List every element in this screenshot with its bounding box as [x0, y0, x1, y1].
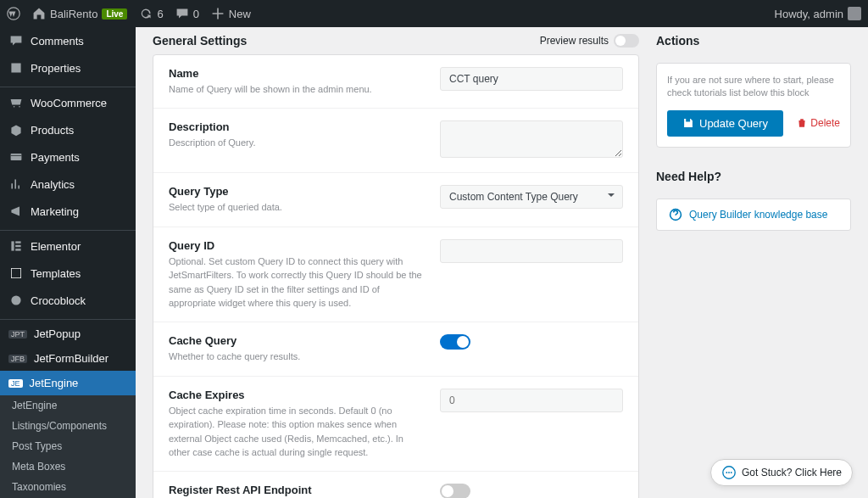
property-icon — [8, 60, 24, 76]
sidebar-item-jetpopup[interactable]: JPTJetPopup — [0, 322, 136, 346]
sidebar-sub-jetengine[interactable]: JetEngine — [0, 395, 136, 416]
description-label: Description — [169, 120, 423, 133]
svg-point-12 — [728, 472, 730, 473]
sidebar-item-jetengine[interactable]: JEJetEngine — [0, 371, 136, 395]
svg-rect-5 — [15, 249, 20, 250]
sidebar-item-marketing[interactable]: Marketing — [0, 198, 136, 225]
svg-point-13 — [731, 472, 732, 473]
svg-rect-2 — [11, 241, 14, 250]
cacheexpires-input[interactable] — [440, 389, 623, 412]
svg-rect-3 — [15, 241, 20, 243]
cachequery-toggle[interactable] — [440, 334, 470, 350]
sidebar-item-crocoblock[interactable]: Crocoblock — [0, 287, 136, 314]
name-input[interactable] — [440, 67, 623, 91]
cacheexpires-desc: Object cache expiration time in seconds.… — [169, 406, 403, 457]
querytype-select[interactable]: Custom Content Type Query — [440, 185, 623, 209]
svg-point-7 — [11, 295, 20, 305]
analytics-icon — [8, 176, 24, 192]
question-icon — [669, 208, 682, 221]
wp-logo[interactable] — [7, 7, 20, 20]
description-desc: Description of Query. — [169, 137, 256, 148]
payment-icon — [8, 149, 24, 165]
svg-rect-1 — [11, 154, 22, 160]
delete-button[interactable]: Delete — [797, 117, 840, 129]
chat-icon — [721, 465, 737, 480]
sidebar-item-comments[interactable]: Comments — [0, 27, 136, 54]
comments-count: 0 — [193, 8, 199, 20]
howdy-link[interactable]: Howdy, admin — [775, 7, 861, 20]
trash-icon — [797, 118, 807, 128]
cachequery-desc: Whether to cache query results. — [169, 351, 300, 361]
sidebar-item-payments[interactable]: Payments — [0, 143, 136, 171]
name-label: Name — [169, 67, 423, 80]
admin-sidebar: Comments Properties WooCommerce Products… — [0, 27, 136, 498]
sidebar-sub-post-types[interactable]: Post Types — [0, 436, 136, 456]
help-link-card[interactable]: Query Builder knowledge base — [656, 199, 851, 231]
sidebar-sub-listings-components[interactable]: Listings/Components — [0, 416, 136, 436]
toggle-icon — [614, 34, 639, 48]
jet-icon: JFB — [8, 355, 27, 363]
jet-icon: JE — [8, 379, 23, 388]
live-badge: Live — [102, 8, 127, 20]
howdy-text: Howdy, admin — [775, 8, 843, 20]
svg-rect-6 — [11, 268, 20, 277]
sidebar-item-templates[interactable]: Templates — [0, 260, 136, 287]
comments-link[interactable]: 0 — [175, 7, 199, 20]
sidebar-sub-taxonomies[interactable]: Taxonomies — [0, 477, 136, 497]
update-query-button[interactable]: Update Query — [667, 110, 783, 137]
page-header: General Settings Preview results — [153, 27, 639, 54]
template-icon — [8, 266, 24, 281]
preview-results-toggle[interactable]: Preview results — [540, 34, 639, 48]
product-icon — [8, 122, 24, 137]
floating-help-button[interactable]: Got Stuck? Click Here — [710, 459, 853, 486]
sidebar-item-properties[interactable]: Properties — [0, 54, 136, 81]
actions-hint: If you are not sure where to start, plea… — [667, 74, 840, 100]
croco-icon — [8, 293, 24, 308]
querytype-label: Query Type — [169, 185, 423, 198]
actions-title: Actions — [656, 27, 851, 54]
restapi-label: Register Rest API Endpoint — [169, 484, 423, 496]
description-input[interactable] — [440, 120, 623, 158]
site-name-link[interactable]: BaliRentoLive — [32, 7, 127, 20]
sidebar-item-products[interactable]: Products — [0, 116, 136, 143]
save-icon — [682, 117, 694, 129]
updates-count: 6 — [157, 8, 163, 20]
cacheexpires-label: Cache Expires — [169, 389, 423, 401]
sidebar-item-woocommerce[interactable]: WooCommerce — [0, 89, 136, 116]
avatar — [848, 7, 861, 20]
updates-link[interactable]: 6 — [139, 7, 163, 20]
restapi-toggle[interactable] — [440, 484, 470, 498]
querytype-desc: Select type of queried data. — [169, 202, 282, 212]
queryid-label: Query ID — [169, 239, 423, 252]
help-title: Need Help? — [656, 163, 851, 190]
svg-rect-4 — [15, 245, 20, 247]
marketing-icon — [8, 204, 24, 219]
queryid-input[interactable] — [440, 239, 623, 263]
comment-icon — [8, 33, 24, 48]
sidebar-item-elementor[interactable]: Elementor — [0, 232, 136, 260]
queryid-desc: Optional. Set custom Query ID to connect… — [169, 256, 422, 308]
name-desc: Name of Query will be shown in the admin… — [169, 84, 372, 94]
sidebar-item-jetformbuilder[interactable]: JFBJetFormBuilder — [0, 346, 136, 371]
sidebar-sub-meta-boxes[interactable]: Meta Boxes — [0, 456, 136, 477]
woo-icon — [8, 95, 24, 110]
general-settings-card: NameName of Query will be shown in the a… — [153, 54, 639, 498]
actions-box: If you are not sure where to start, plea… — [656, 63, 851, 148]
page-title: General Settings — [153, 34, 247, 48]
cachequery-label: Cache Query — [169, 334, 423, 347]
kb-link[interactable]: Query Builder knowledge base — [689, 209, 827, 221]
sidebar-item-analytics[interactable]: Analytics — [0, 171, 136, 198]
new-label: New — [229, 8, 251, 20]
admin-bar: BaliRentoLive 6 0 New Howdy, admin — [0, 0, 868, 27]
site-name: BaliRento — [50, 8, 97, 20]
elementor-icon — [8, 238, 24, 254]
new-link[interactable]: New — [211, 7, 251, 20]
svg-point-11 — [726, 472, 727, 473]
jet-icon: JPT — [8, 330, 27, 339]
